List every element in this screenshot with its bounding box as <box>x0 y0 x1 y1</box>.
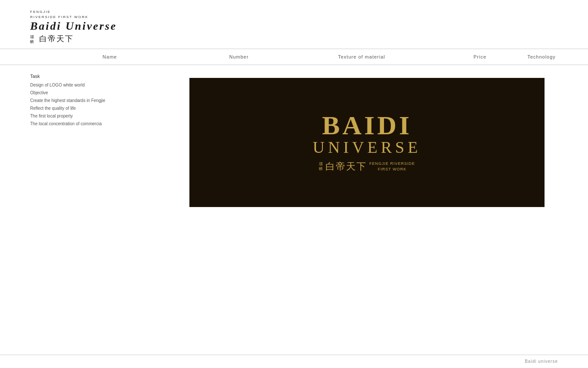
logo-chinese-row: 環 帙 白帝天下 FENGJIE RIVERSIDE FIRST WORK <box>313 160 421 173</box>
brand-subtitle: FENGJIE RIVERSIDE FIRST WORK <box>30 9 558 20</box>
bottom-border <box>0 355 588 355</box>
brand-chinese-small: 環 帙 <box>30 35 35 44</box>
col-price: Price <box>435 54 525 59</box>
main-content: Task Design of LOGO white world Objectiv… <box>0 65 588 207</box>
right-panel: BAIDI UNIVERSE 環 帙 白帝天下 FENGJIE RIVERSID… <box>189 65 558 207</box>
header: FENGJIE RIVERSIDE FIRST WORK Baidi Unive… <box>0 0 588 49</box>
list-item: The first local property <box>30 112 181 120</box>
columns-header: Name Number Texture of material Price Te… <box>0 49 588 65</box>
task-label: Task <box>30 74 181 79</box>
list-item: Reflect the quality of life <box>30 105 181 112</box>
left-panel: Task Design of LOGO white world Objectiv… <box>30 65 189 207</box>
brand-main: Baidi Universe <box>30 20 558 33</box>
col-number: Number <box>189 54 288 59</box>
logo-inner: BAIDI UNIVERSE 環 帙 白帝天下 FENGJIE RIVERSID… <box>313 112 421 173</box>
footer-text: Baidi universe <box>525 359 558 364</box>
col-name: Name <box>30 54 189 59</box>
col-technology: Technology <box>525 54 558 59</box>
logo-chinese-main: 白帝天下 <box>325 160 367 173</box>
logo-small-chars: 環 帙 <box>319 162 323 171</box>
list-item: Design of LOGO white world <box>30 81 181 89</box>
logo-fengjie: FENGJIE RIVERSIDE FIRST WORK <box>369 161 415 172</box>
logo-display: BAIDI UNIVERSE 環 帙 白帝天下 FENGJIE RIVERSID… <box>189 78 545 207</box>
logo-universe: UNIVERSE <box>313 138 421 157</box>
list-item: The local concentration of commercia <box>30 120 181 128</box>
logo-baidi: BAIDI <box>313 112 421 139</box>
col-texture: Texture of material <box>288 54 435 59</box>
brand-chinese: 環 帙 白帝天下 <box>30 34 558 44</box>
list-item: Create the highest standards in Fengjie <box>30 97 181 105</box>
list-item: Objective <box>30 89 181 97</box>
